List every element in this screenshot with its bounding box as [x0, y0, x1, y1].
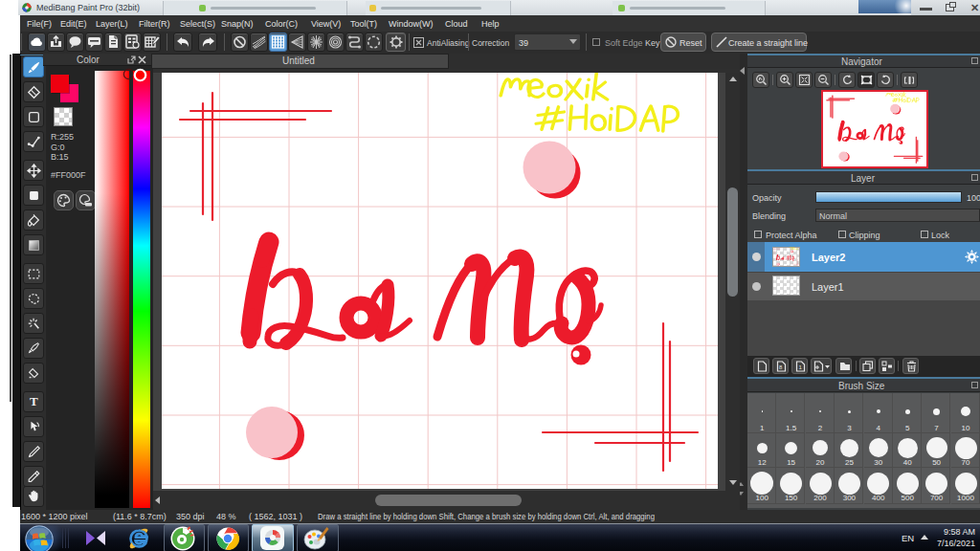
svg-text:8: 8 — [779, 364, 783, 370]
svg-text:1: 1 — [799, 364, 803, 370]
